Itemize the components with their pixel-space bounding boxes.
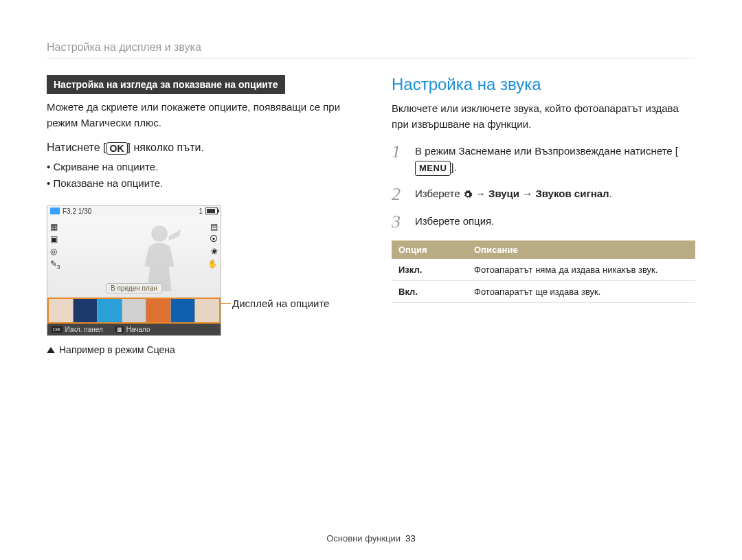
- list-item: Показване на опциите.: [47, 175, 350, 192]
- press-suffix: ] няколко пъти.: [128, 142, 204, 153]
- step-number: 3: [392, 213, 405, 231]
- left-column: Настройка на изгледа за показване на опц…: [47, 75, 350, 355]
- sound-intro: Включете или изключете звука, който фото…: [392, 101, 695, 132]
- home-key-icon: ▦: [115, 326, 124, 333]
- option-cell: Изкл.: [392, 259, 467, 281]
- aperture-label: F3.2 1/30: [63, 208, 91, 215]
- options-table: Опция Описание Изкл. Фотоапаратът няма д…: [392, 240, 695, 303]
- breadcrumb: Настройка на дисплея и звука: [47, 41, 695, 54]
- description-cell: Фотоапаратът няма да издава никакъв звук…: [467, 259, 695, 281]
- right-column: Настройка на звука Включете или изключет…: [392, 75, 695, 355]
- camera-status-bar: F3.2 1/30 1: [47, 206, 221, 216]
- step-number: 2: [392, 186, 405, 203]
- page-number: 33: [405, 533, 415, 544]
- arrow: →: [522, 188, 535, 199]
- table-header-option: Опция: [392, 240, 467, 259]
- panel-off-hint: OKИзкл. панел: [52, 326, 103, 333]
- bullet-list: Скриване на опциите. Показване на опциит…: [47, 159, 350, 192]
- divider: [47, 58, 695, 58]
- panel-off-label: Изкл. панел: [65, 326, 103, 333]
- battery-icon: [205, 208, 218, 214]
- sound-heading: Настройка на звука: [392, 75, 695, 94]
- right-mode-icons: ▤⦿❀✋: [207, 221, 218, 270]
- step2-end: .: [609, 188, 612, 199]
- thumbnail: [122, 299, 147, 322]
- camera-bottom-bar: OKИзкл. панел ▦Начало: [47, 324, 221, 335]
- footer-section: Основни функции: [326, 533, 401, 544]
- movie-icon: [50, 208, 60, 214]
- option-thumbnail-strip: [47, 298, 221, 324]
- thumbnail: [98, 299, 122, 322]
- home-label: Начало: [126, 326, 150, 333]
- page-footer: Основни функции 33: [0, 533, 742, 544]
- camera-viewfinder: ▦▣◎✎3 ▤⦿❀✋ В преден план: [47, 216, 221, 298]
- step-3: 3 Изберете опция.: [392, 213, 695, 231]
- step2-select: Изберете: [415, 188, 463, 199]
- thumbnail: [146, 299, 171, 322]
- scene-chip: В преден план: [106, 283, 162, 293]
- step-1: 1 В режим Заснемане или Възпроизвеждане …: [392, 143, 695, 176]
- description-cell: Фотоапаратът ще издава звук.: [467, 281, 695, 303]
- table-header-description: Описание: [467, 240, 695, 259]
- press-ok-instruction: Натиснете [OK] няколко пъти.: [47, 142, 350, 155]
- example-caption: Например в режим Сцена: [47, 344, 350, 355]
- thumbnail-callout: Дисплей на опциите: [232, 298, 329, 309]
- thumbnail: [74, 299, 98, 322]
- list-item: Скриване на опциите.: [47, 159, 350, 175]
- gear-icon: [463, 190, 473, 199]
- steps-list: 1 В режим Заснемане или Възпроизвеждане …: [392, 143, 695, 231]
- section-title-bar: Настройка на изгледа за показване на опц…: [47, 75, 285, 94]
- step2-bold1: Звуци: [488, 188, 519, 199]
- intro-text: Можете да скриете или покажете опциите, …: [47, 100, 350, 131]
- triangle-icon: [47, 347, 55, 353]
- step3-text: Изберете опция.: [415, 213, 695, 229]
- option-cell: Вкл.: [392, 281, 467, 303]
- left-mode-icons: ▦▣◎✎3: [50, 221, 60, 273]
- table-row: Изкл. Фотоапаратът няма да издава никакъ…: [392, 259, 695, 281]
- home-hint: ▦Начало: [115, 326, 150, 333]
- step2-bold2: Звуков сигнал: [535, 188, 609, 199]
- arrow: →: [475, 188, 488, 199]
- press-prefix: Натиснете [: [47, 142, 106, 153]
- ok-button-icon: OK: [106, 142, 128, 155]
- ok-key-icon: OK: [52, 326, 63, 333]
- thumbnail: [195, 299, 219, 322]
- step-2: 2 Изберете → Звуци → Звуков сигнал.: [392, 186, 695, 203]
- menu-button-icon: MENU: [415, 161, 451, 177]
- step1-text-a: В режим Заснемане или Възпроизвеждане на…: [415, 145, 678, 157]
- step-number: 1: [392, 143, 405, 161]
- shots-remaining: 1: [199, 208, 203, 215]
- thumbnail: [49, 299, 74, 322]
- caption-text: Например в режим Сцена: [59, 344, 175, 355]
- thumbnail: [171, 299, 196, 322]
- step1-text-b: ].: [451, 161, 456, 173]
- camera-preview: F3.2 1/30 1 ▦▣◎✎3 ▤⦿❀✋ В преден: [47, 205, 221, 336]
- table-row: Вкл. Фотоапаратът ще издава звук.: [392, 281, 695, 303]
